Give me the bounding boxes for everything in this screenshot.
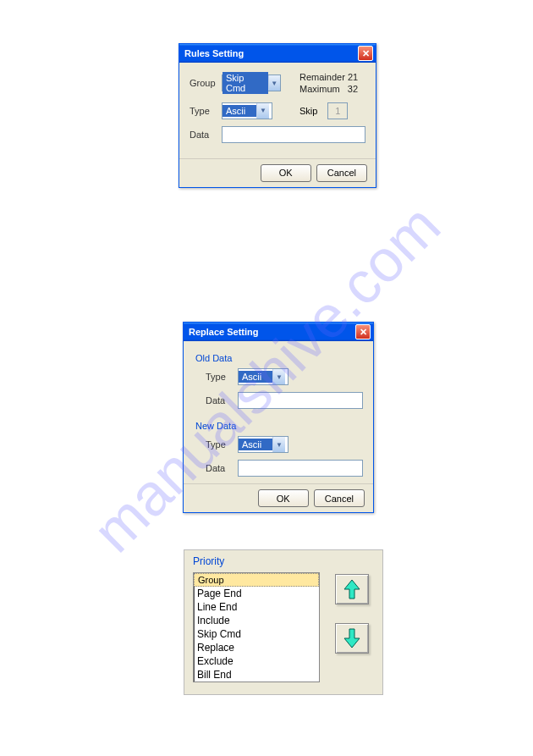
list-item[interactable]: Line End — [194, 600, 319, 614]
chevron-down-icon: ▼ — [272, 369, 285, 384]
new-data-label: New Data — [195, 421, 363, 431]
rules-setting-dialog: Rules Setting ✕ Group Skip Cmd ▼ Remaind… — [179, 43, 376, 188]
old-data-input[interactable] — [238, 392, 363, 409]
arrow-up-icon — [343, 578, 361, 600]
cancel-button[interactable]: Cancel — [314, 489, 365, 507]
old-type-select[interactable]: Ascii ▼ — [238, 368, 288, 385]
list-item[interactable]: Group — [194, 573, 319, 587]
old-data-field-label: Data — [206, 395, 238, 406]
maximum-label: Maximum — [299, 84, 340, 94]
rules-titlebar: Rules Setting ✕ — [179, 44, 376, 63]
chevron-down-icon: ▼ — [272, 437, 285, 452]
new-type-label: Type — [206, 439, 238, 450]
chevron-down-icon: ▼ — [256, 103, 269, 119]
replace-setting-dialog: Replace Setting ✕ Old Data Type Ascii ▼ … — [183, 322, 374, 513]
type-select[interactable]: Ascii ▼ — [222, 102, 272, 119]
priority-title: Priority — [193, 555, 374, 567]
priority-listbox[interactable]: GroupPage EndLine EndIncludeSkip CmdRepl… — [193, 572, 320, 682]
close-icon[interactable]: ✕ — [355, 324, 371, 339]
cancel-button[interactable]: Cancel — [316, 164, 367, 182]
new-data-input[interactable] — [238, 460, 363, 477]
list-item[interactable]: Exclude — [194, 654, 319, 668]
list-item[interactable]: Include — [194, 614, 319, 627]
group-label: Group — [190, 78, 222, 88]
skip-label: Skip — [299, 106, 317, 116]
old-data-label: Old Data — [195, 353, 363, 363]
list-item[interactable]: Page End — [194, 587, 319, 600]
new-data-field-label: Data — [206, 463, 238, 473]
new-type-select[interactable]: Ascii ▼ — [238, 436, 288, 453]
arrow-down-icon — [343, 627, 361, 649]
list-item[interactable]: Bill End — [194, 668, 319, 682]
ok-button[interactable]: OK — [261, 164, 311, 182]
maximum-value: 32 — [348, 84, 358, 94]
skip-input[interactable] — [327, 102, 348, 119]
close-icon[interactable]: ✕ — [358, 46, 373, 61]
data-label: Data — [190, 130, 222, 140]
remainder-label: Remainder — [299, 72, 345, 82]
replace-titlebar: Replace Setting ✕ — [184, 323, 373, 341]
replace-title: Replace Setting — [189, 327, 259, 337]
remainder-value: 21 — [348, 72, 358, 82]
group-select[interactable]: Skip Cmd ▼ — [222, 74, 281, 91]
data-input[interactable] — [222, 126, 365, 143]
type-label: Type — [190, 106, 222, 116]
rules-title: Rules Setting — [184, 48, 244, 58]
priority-panel: Priority GroupPage EndLine EndIncludeSki… — [184, 549, 383, 695]
move-down-button[interactable] — [335, 623, 369, 654]
chevron-down-icon: ▼ — [268, 75, 280, 91]
move-up-button[interactable] — [335, 574, 369, 604]
list-item[interactable]: Replace — [194, 641, 319, 654]
list-item[interactable]: Skip Cmd — [194, 627, 319, 641]
old-type-label: Type — [206, 372, 238, 382]
ok-button[interactable]: OK — [258, 489, 309, 507]
